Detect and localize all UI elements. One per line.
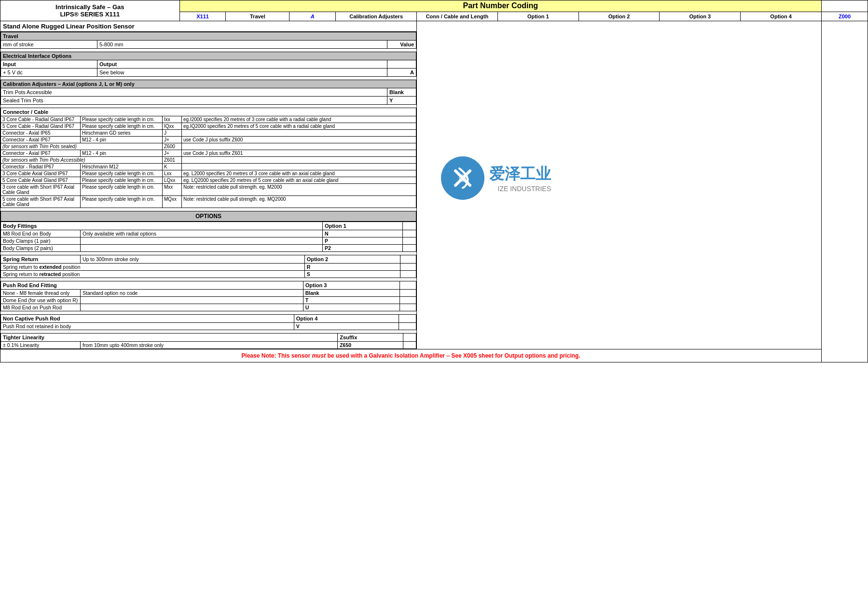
electrical-header: Electrical Interface Options [1, 52, 416, 60]
body-fittings-header: Body Fittings [1, 222, 323, 230]
connector-row-2: 5 Core Cable - Radial Gland IP67 Please … [1, 123, 416, 130]
connector-row-6: Connector - Axial IP67 M12 - 4 pin J+ us… [1, 150, 416, 157]
travel-row1-right: Value [387, 41, 416, 49]
body-fittings-option-label: Option 1 [322, 222, 402, 230]
product-title-line2: LIPS® SERIES X111 [3, 11, 177, 18]
cal-row2-left: Sealed Trim Pots [1, 97, 387, 105]
note-must: must [312, 352, 326, 359]
connector-row-3: Connector - Axial IP65 Hirschmann GD ser… [1, 130, 416, 137]
options-header: OPTIONS [1, 211, 416, 222]
connector-row-7: (for sensors with Trim Pots Accessible) … [1, 157, 416, 164]
col-a: A [289, 12, 336, 21]
cal-row1-left: Trim Pots Accessible [1, 88, 387, 97]
product-title: Intrinsically Safe – Gas LIPS® SERIES X1… [0, 0, 180, 21]
connector-row-11: 3 core cable with Short IP67 Axial Cable… [1, 184, 416, 196]
connector-row-8: Connector - Radial IP67 Hirschmann M12 K [1, 164, 416, 170]
push-rod-option-label: Option 3 [303, 281, 400, 290]
electrical-col2: Output [97, 60, 387, 69]
connector-row-1: 3 Core Cable - Radial Gland IP67 Please … [1, 116, 416, 123]
travel-row1-mid: 5-800 mm [97, 41, 387, 49]
ize-english-text: IZE INDUSTRIES [489, 185, 551, 193]
right-columns: 爱泽工业 IZE INDUSTRIES [417, 21, 822, 349]
product-title-line1: Intrinsically Safe – Gas [3, 3, 177, 11]
connector-row-12: 5 core cable with Short IP67 Axial Cable… [1, 196, 416, 208]
part-number-coding-title: Part Number Coding [179, 0, 822, 12]
non-captive-option-label: Option 4 [294, 315, 399, 323]
ize-logo-circle [441, 156, 484, 200]
connector-header: Connector / Cable [1, 108, 416, 116]
cal-row1-value: Blank [387, 88, 416, 97]
connector-row-4: Connector - Axial IP67 M12 - 4 pin J+ us… [1, 137, 416, 143]
tighter-linearity-option-label: Zsuffix [338, 334, 403, 342]
electrical-input: + 5 V dc [1, 69, 97, 77]
col-option1: Option 1 [497, 12, 579, 21]
non-captive-header: Non Captive Push Rod [1, 315, 294, 323]
electrical-col1: Input [1, 60, 97, 69]
connector-row-9: 3 Core Cable Axial Gland IP67 Please spe… [1, 170, 416, 177]
connector-row-5: (for sensors with Trim Pots sealed) Z600 [1, 143, 416, 150]
tighter-linearity-header: Tighter Linearity [1, 334, 338, 342]
col-calibration: Calibration Adjusters [336, 12, 417, 21]
col-option4: Option 4 [741, 12, 822, 21]
col-travel: Travel [226, 12, 289, 21]
col-option2: Option 2 [579, 12, 660, 21]
push-rod-header: Push Rod End Fitting [1, 281, 303, 290]
electrical-value: A [387, 69, 416, 77]
ize-chinese-text: 爱泽工业 [489, 164, 551, 185]
note-row: Please Note: This sensor must be used wi… [0, 349, 822, 362]
connector-col2-0: Please specify cable length in cm. [81, 116, 163, 123]
cal-row2-value: Y [387, 97, 416, 105]
spring-return-subtitle: Up to 300mm stroke only [81, 255, 305, 264]
col-x111: X111 [179, 12, 226, 21]
col-conn-cable: Conn / Cable and Length [417, 12, 498, 21]
col-z000: Z000 [822, 12, 868, 21]
main-content-left: Stand Alone Rugged Linear Position Senso… [0, 21, 417, 349]
spring-return-option-label: Option 2 [304, 255, 400, 264]
electrical-output: See below [97, 69, 387, 77]
ize-watermark: 爱泽工业 IZE INDUSTRIES [441, 156, 551, 200]
note-suffix: be used with a Galvanic Isolation Amplif… [326, 352, 580, 359]
col-option3: Option 3 [660, 12, 741, 21]
connector-col3-0: Ixx [163, 116, 182, 123]
note-prefix: Please Note: This sensor [241, 352, 312, 359]
travel-row1-left: mm of stroke [1, 41, 97, 49]
standalone-title: Stand Alone Rugged Linear Position Senso… [0, 21, 416, 32]
connector-row-10: 5 Core Cable Axial Gland IP67 Please spe… [1, 177, 416, 184]
travel-header: Travel [1, 32, 416, 41]
calibration-header: Calibration Adjusters – Axial (options J… [1, 80, 416, 88]
connector-col1-0: 3 Core Cable - Radial Gland IP67 [1, 116, 81, 123]
spring-return-header: Spring Return [1, 255, 81, 264]
connector-col4-0: eg.I2000 specifies 20 metres of 3 core c… [182, 116, 416, 123]
